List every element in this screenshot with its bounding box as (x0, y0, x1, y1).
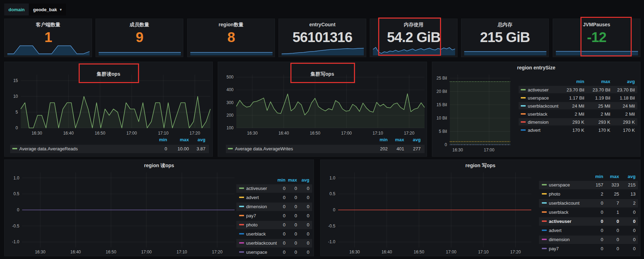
legend-value: 23.70 Bil (560, 87, 584, 93)
legend-series-color-swatch[interactable] (239, 197, 244, 198)
legend-value: 0 (285, 186, 309, 191)
stat-panel-客户端数量: 客户端数量1 (4, 19, 92, 57)
legend-series-photo[interactable]: photo (246, 222, 258, 228)
legend-series-Average data.AverageReads[interactable]: Average data.AverageReads (19, 146, 78, 152)
y-axis-tick: 15 Bil (432, 102, 447, 107)
graph-plot-cluster-write-ops[interactable] (218, 62, 427, 157)
variable-dropdown-geode-bak[interactable]: geode_bak ▾ (29, 4, 66, 15)
stat-title: 成员数量 (96, 22, 183, 28)
legend-series-color-swatch[interactable] (239, 215, 244, 216)
variable-label: domain (4, 4, 29, 15)
legend-value: 3.87 (181, 146, 205, 152)
legend-value: 0 (285, 213, 309, 219)
legend-value: 2 (611, 200, 636, 206)
legend-series-dimension[interactable]: dimension (528, 120, 548, 125)
legend-value: 2 Mil (610, 111, 635, 117)
legend-value: 1.19 Bil (586, 95, 610, 101)
legend-series-color-swatch[interactable] (542, 184, 547, 185)
legend-series-userblack[interactable]: userblack (528, 111, 547, 117)
legend-value: 0 (611, 228, 636, 233)
grafana-dashboard: domain geode_bak ▾ 客户端数量1成员数量9region数量8e… (0, 0, 644, 259)
legend-series-color-swatch[interactable] (521, 89, 526, 90)
legend-series-color-swatch[interactable] (239, 242, 244, 244)
graph-plot-region-entrysize[interactable] (432, 62, 641, 157)
legend-series-pay7[interactable]: pay7 (549, 246, 559, 252)
legend-series-color-swatch[interactable] (521, 105, 526, 107)
legend-series-color-swatch[interactable] (521, 129, 526, 131)
legend-series-dimension[interactable]: dimension (549, 237, 570, 243)
x-axis-tick: 17:20 (206, 250, 229, 254)
stat-panel-成员数量: 成员数量9 (96, 19, 183, 57)
legend-value: 0 (285, 240, 309, 246)
legend-header-avg: avg (610, 79, 635, 84)
legend-series-color-swatch[interactable] (239, 233, 244, 234)
legend-value: 2 Mil (586, 111, 610, 117)
x-axis-tick: 17:20 (398, 131, 420, 136)
x-axis-tick: 17:00 (120, 131, 143, 136)
legend-series-userblackcount[interactable]: userblackcount (528, 103, 558, 109)
legend-series-activeuser[interactable]: activeuser (528, 87, 548, 93)
legend-series-userspace[interactable]: userspace (528, 95, 549, 101)
x-axis-tick: 16:40 (272, 131, 295, 136)
legend-series-advert[interactable]: advert (528, 128, 540, 133)
legend-series-advert[interactable]: advert (246, 195, 259, 200)
legend-series-color-swatch[interactable] (12, 148, 17, 149)
legend-series-advert[interactable]: advert (549, 228, 561, 233)
x-axis-tick: 17:10 (472, 250, 494, 254)
legend-series-color-swatch[interactable] (542, 239, 547, 240)
legend-value: 293 K (560, 120, 584, 125)
legend-series-color-swatch[interactable] (542, 230, 547, 231)
legend-series-color-swatch[interactable] (542, 248, 547, 249)
legend-series-Average data.AverageWrites[interactable]: Average data.AverageWrites (235, 146, 293, 152)
y-axis-tick: -1.0 (4, 239, 19, 244)
stat-panel-JVMPauses: JVMPauses-12 (553, 19, 640, 57)
y-axis-tick: 0 (320, 207, 335, 212)
legend-value: 24 Mil (560, 103, 584, 109)
legend-series-color-swatch[interactable] (239, 188, 244, 189)
stat-sparkline (373, 43, 455, 55)
legend-value: 0 (285, 195, 309, 200)
legend-series-color-swatch[interactable] (521, 121, 526, 123)
legend-series-color-swatch[interactable] (239, 224, 244, 225)
legend-series-userspace[interactable]: userspace (549, 182, 570, 188)
x-axis-tick: 16:50 (304, 131, 326, 136)
y-axis-tick: 1.0 (4, 176, 19, 180)
legend-value: 23.70 Bil (586, 87, 610, 93)
panel-cluster-write-ops: 集群写ops10020030040050016:3016:4016:5017:0… (218, 62, 427, 157)
legend-series-activeuser[interactable]: activeuser (549, 219, 571, 224)
legend-series-color-swatch[interactable] (239, 251, 244, 253)
legend-value: 24 Mil (610, 103, 635, 109)
y-axis-tick: -0.5 (320, 224, 335, 229)
legend-series-userblack[interactable]: userblack (549, 210, 569, 215)
legend-series-userblackcount[interactable]: userblackcount (549, 200, 579, 206)
legend-series-color-swatch[interactable] (542, 193, 547, 195)
y-axis-tick: 0 (2, 125, 18, 130)
panel-region-entrysize: region entrySize05 Bil10 Bil15 Bil20 Bil… (432, 62, 640, 157)
legend-series-color-swatch[interactable] (521, 113, 526, 115)
x-axis-tick: 16:30 (26, 131, 48, 136)
legend-series-color-swatch[interactable] (542, 202, 547, 204)
legend-series-color-swatch[interactable] (542, 220, 547, 222)
graph-plot-cluster-read-ops[interactable] (5, 62, 213, 157)
y-axis-tick: -0.5 (4, 224, 19, 229)
legend-value: 0 (285, 231, 309, 237)
stat-sparkline (464, 43, 546, 55)
legend-series-color-swatch[interactable] (228, 148, 233, 149)
x-axis-tick: 16:50 (408, 250, 430, 254)
stat-title: 内存使用 (370, 22, 457, 28)
stat-panel-总内存: 总内存215 GiB (461, 19, 549, 57)
y-axis-tick: 15 (2, 78, 18, 83)
legend-series-color-swatch[interactable] (521, 97, 526, 98)
legend-series-pay7[interactable]: pay7 (246, 213, 256, 219)
stat-sparkline (99, 43, 181, 55)
x-axis-tick: 16:30 (343, 250, 366, 254)
panel-region-read-ops: region 读ops1.00.50-0.5-1.016:3016:4016:5… (4, 159, 314, 256)
legend-series-color-swatch[interactable] (542, 211, 547, 213)
y-axis-tick: 5 Bil (432, 129, 447, 134)
stat-sparkline (282, 43, 364, 55)
y-axis-tick: 10 Bil (432, 116, 447, 121)
legend-series-color-swatch[interactable] (239, 206, 244, 207)
stat-sparkline (7, 43, 90, 55)
legend-value: 13 (611, 191, 636, 197)
legend-series-photo[interactable]: photo (549, 191, 560, 197)
